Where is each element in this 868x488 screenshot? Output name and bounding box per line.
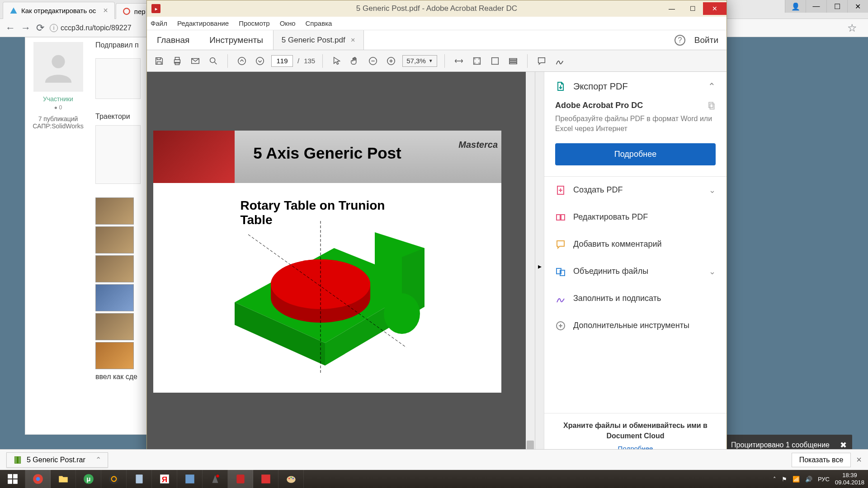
export-title: Экспорт PDF (573, 81, 628, 92)
hand-tool-icon[interactable] (348, 54, 362, 68)
tool-more[interactable]: Дополнительные инструменты (544, 312, 726, 339)
taskbar-app-blue[interactable] (177, 470, 203, 488)
tool-combine[interactable]: Объединить файлы ⌄ (544, 258, 726, 285)
tool-edit-pdf[interactable]: Редактировать PDF (544, 204, 726, 231)
taskbar-utorrent[interactable]: μ (76, 470, 101, 488)
menu-view[interactable]: Просмотр (239, 19, 270, 27)
vertical-scrollbar[interactable] (526, 72, 535, 460)
close-icon[interactable]: × (856, 455, 862, 465)
tab-document[interactable]: 5 Generic Post.pdf × (273, 30, 364, 50)
reload-icon[interactable]: ⟳ (36, 22, 44, 34)
tool-create-pdf[interactable]: Создать PDF ⌄ (544, 177, 726, 204)
fullscreen-icon[interactable] (488, 54, 502, 68)
svg-point-23 (384, 293, 420, 334)
tray-lang[interactable]: РУС (818, 476, 830, 483)
tool-comment[interactable]: Добавить комментарий (544, 231, 726, 258)
tool-fill-sign[interactable]: Заполнить и подписать (544, 285, 726, 312)
svg-point-8 (256, 57, 264, 65)
taskbar-paint[interactable] (278, 470, 304, 488)
taskbar-explorer[interactable] (51, 470, 76, 488)
menu-help[interactable]: Справка (306, 19, 332, 27)
svg-rect-35 (17, 456, 18, 463)
save-icon[interactable] (152, 54, 166, 68)
user-software: САПР:SolidWorks (30, 122, 86, 130)
close-icon[interactable]: ✖ (840, 440, 847, 450)
site-info-icon[interactable]: i (50, 24, 58, 32)
help-icon[interactable]: ? (675, 35, 685, 46)
list-item[interactable] (95, 313, 134, 340)
taskbar-app-orange[interactable] (101, 470, 127, 488)
start-button[interactable] (0, 470, 25, 488)
list-item[interactable] (95, 342, 134, 369)
close-icon[interactable]: × (351, 36, 355, 45)
svg-rect-49 (185, 474, 194, 483)
close-icon[interactable]: ✕ (703, 2, 726, 15)
search-icon[interactable] (207, 54, 220, 68)
taskbar-chrome[interactable] (25, 470, 51, 488)
acrobat-titlebar[interactable]: ▸ 5 Generic Post.pdf - Adobe Acrobat Rea… (147, 0, 726, 17)
page-up-icon[interactable] (235, 54, 249, 68)
taskbar-acrobat[interactable] (228, 470, 253, 488)
sign-icon[interactable] (553, 54, 566, 68)
browser-tab-forum[interactable]: Как отредактировать ос × (3, 2, 115, 19)
taskbar-calculator[interactable] (127, 470, 152, 488)
document-viewport[interactable]: 5 Axis Generic Post Masterca Rotary Tabl… (147, 72, 535, 460)
close-icon[interactable]: × (103, 6, 108, 15)
post-text: Подправил п (95, 41, 139, 49)
zoom-select[interactable]: 57,3% ▼ (402, 55, 437, 67)
list-item[interactable] (95, 255, 134, 282)
select-tool-icon[interactable] (330, 54, 344, 68)
tray-flag-icon[interactable]: ⚑ (782, 476, 787, 483)
download-filename: 5 Generic Post.rar (27, 456, 85, 464)
svg-rect-38 (8, 479, 12, 484)
list-item[interactable] (95, 197, 134, 225)
maximize-icon[interactable]: ☐ (682, 2, 703, 15)
forward-icon[interactable]: → (21, 22, 31, 34)
close-icon[interactable]: ✕ (847, 0, 868, 13)
svg-text:μ: μ (86, 475, 90, 483)
svg-rect-29 (557, 215, 560, 220)
email-icon[interactable] (189, 54, 202, 68)
show-all-downloads-button[interactable]: Показать все (792, 453, 851, 467)
minimize-icon[interactable]: — (661, 2, 682, 15)
chevron-up-icon[interactable]: ⌃ (95, 455, 101, 464)
menu-edit[interactable]: Редактирование (177, 19, 229, 27)
taskbar-mastercam[interactable] (203, 470, 228, 488)
menu-file[interactable]: Файл (151, 19, 167, 27)
tray-date: 09.04.2018 (835, 479, 864, 486)
tool-label: Объединить файлы (573, 267, 648, 276)
sign-in-link[interactable]: Войти (694, 35, 718, 45)
bookmark-star-icon[interactable]: ☆ (847, 22, 857, 34)
taskbar-yandex[interactable]: Я (152, 470, 177, 488)
zoom-in-icon[interactable] (384, 54, 398, 68)
page-down-icon[interactable] (253, 54, 267, 68)
tray-time: 18:39 (835, 472, 864, 479)
download-item[interactable]: 5 Generic Post.rar ⌃ (6, 452, 108, 468)
list-item[interactable] (95, 226, 134, 253)
back-icon[interactable]: ← (5, 22, 15, 34)
tray-network-icon[interactable]: 📶 (793, 476, 800, 483)
print-icon[interactable] (170, 54, 184, 68)
list-item[interactable] (95, 284, 134, 311)
fit-page-icon[interactable] (470, 54, 484, 68)
tray-volume-icon[interactable]: 🔊 (805, 476, 812, 483)
pane-collapse-handle[interactable]: ▸ (535, 72, 544, 460)
minimize-icon[interactable]: — (806, 0, 826, 13)
menu-window[interactable]: Окно (280, 19, 296, 27)
address-bar[interactable]: i cccp3d.ru/topic/89227 (50, 24, 145, 32)
comment-icon[interactable] (535, 54, 548, 68)
read-mode-icon[interactable] (506, 54, 520, 68)
user-icon[interactable]: 👤 (785, 0, 806, 13)
maximize-icon[interactable]: ☐ (826, 0, 847, 13)
tab-home[interactable]: Главная (147, 30, 199, 50)
tab-tools[interactable]: Инструменты (199, 30, 273, 50)
tray-chevron-icon[interactable]: ˄ (773, 476, 776, 483)
zoom-out-icon[interactable] (366, 54, 380, 68)
fit-width-icon[interactable] (452, 54, 466, 68)
taskbar-app-red-grid[interactable] (253, 470, 278, 488)
tray-clock[interactable]: 18:39 09.04.2018 (835, 472, 864, 486)
page-number-input[interactable] (271, 55, 293, 67)
export-pdf-section[interactable]: Экспорт PDF ⌃ (544, 72, 726, 101)
footer-text: Храните файлы и обменивайтесь ими в Docu… (552, 421, 719, 441)
learn-more-button[interactable]: Подробнее (555, 143, 716, 165)
